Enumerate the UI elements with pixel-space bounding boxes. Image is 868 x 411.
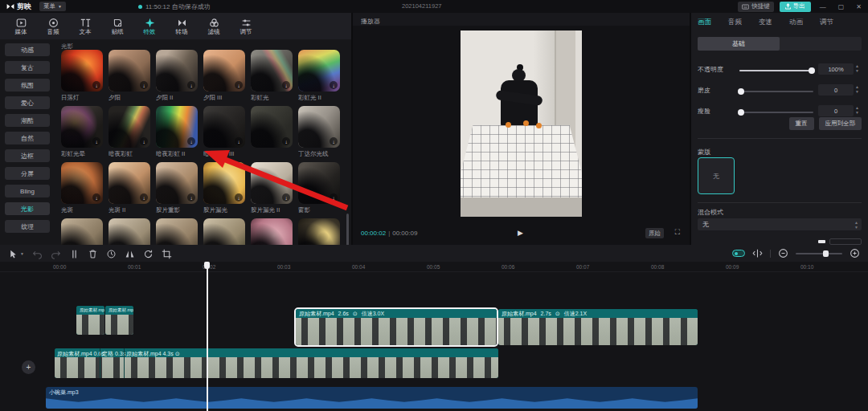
category-复古[interactable]: 复古 bbox=[5, 61, 50, 74]
snap-toggle[interactable] bbox=[732, 250, 745, 257]
effect-thumbnail[interactable]: ↓ bbox=[203, 106, 245, 148]
media-tab-媒体[interactable]: 媒体 bbox=[5, 17, 37, 36]
effect-item-彩虹光晕[interactable]: ↓彩虹光晕 bbox=[61, 106, 103, 158]
effect-thumbnail[interactable]: ↓ bbox=[61, 218, 103, 245]
category-潮酷[interactable]: 潮酷 bbox=[5, 114, 50, 127]
inspector-tab-调节[interactable]: 调节 bbox=[820, 18, 833, 27]
slim-face-value[interactable]: 0 bbox=[818, 105, 854, 116]
effect-thumbnail[interactable]: ↓ bbox=[203, 50, 245, 92]
maximize-button[interactable]: ▢ bbox=[835, 3, 848, 10]
effect-item-日落灯[interactable]: ↓日落灯 bbox=[61, 50, 103, 102]
split-icon[interactable] bbox=[69, 248, 80, 258]
effect-item-光斑 II[interactable]: ↓光斑 II bbox=[108, 162, 150, 214]
menu-dropdown[interactable]: 菜单 ▼ bbox=[39, 2, 66, 11]
apply-to-all-button[interactable]: 应用到全部 bbox=[819, 117, 862, 130]
smooth-skin-slider-knob[interactable] bbox=[738, 88, 744, 95]
effect-item-窗影[interactable]: ↓窗影 bbox=[298, 162, 340, 214]
effects-scrollbar[interactable] bbox=[346, 214, 349, 246]
slim-face-slider-knob[interactable] bbox=[738, 109, 744, 116]
smooth-skin-slider[interactable] bbox=[739, 91, 813, 92]
timeline-ruler[interactable]: 00:0000:0100:0200:0300:0400:0500:0600:07… bbox=[0, 262, 868, 272]
opacity-slider-knob[interactable] bbox=[809, 67, 815, 74]
chevron-down-icon[interactable]: ▼ bbox=[20, 251, 24, 256]
playhead[interactable] bbox=[207, 262, 208, 411]
link-tracks-icon[interactable] bbox=[752, 248, 763, 258]
blend-mode-dropdown[interactable]: 无 ▲▼ bbox=[698, 218, 862, 230]
effect-item-光斑[interactable]: ↓光斑 bbox=[61, 162, 103, 214]
export-button[interactable]: 导出 bbox=[780, 2, 811, 12]
effect-item-胶片重影[interactable]: ↓胶片重影 bbox=[156, 162, 198, 214]
inspector-tab-变速[interactable]: 变速 bbox=[759, 18, 772, 27]
category-光影[interactable]: 光影 bbox=[5, 202, 50, 215]
category-Bling[interactable]: Bling bbox=[5, 185, 50, 197]
add-media-button[interactable]: + bbox=[22, 360, 35, 374]
effect-item-彩虹光 II[interactable]: ↓彩虹光 II bbox=[298, 50, 340, 102]
effect-item[interactable]: ↓ bbox=[156, 218, 198, 245]
delete-icon[interactable] bbox=[88, 248, 98, 258]
mask-none-tile[interactable]: 无 bbox=[698, 157, 735, 194]
stepper-icon[interactable]: ▲▼ bbox=[855, 63, 859, 73]
slim-face-slider[interactable] bbox=[739, 112, 813, 113]
small-clip[interactable]: 原始素材.mp4 bbox=[105, 306, 133, 335]
video-preview[interactable] bbox=[461, 31, 582, 217]
category-动感[interactable]: 动感 bbox=[5, 43, 50, 56]
zoom-in-icon[interactable] bbox=[850, 248, 860, 258]
effect-thumbnail[interactable]: ↓ bbox=[298, 106, 340, 148]
opacity-value[interactable]: 100% bbox=[818, 63, 854, 75]
undo-icon[interactable] bbox=[32, 248, 43, 258]
effect-thumbnail[interactable]: ↓ bbox=[61, 50, 103, 92]
effect-item-夕阳 III[interactable]: ↓夕阳 III bbox=[203, 50, 245, 102]
original-quality-button[interactable]: 原始 bbox=[645, 228, 664, 238]
zoom-out-icon[interactable] bbox=[778, 248, 788, 258]
effect-thumbnail[interactable]: ↓ bbox=[156, 218, 198, 245]
effect-thumbnail[interactable]: ↓ bbox=[203, 218, 245, 245]
opacity-slider[interactable] bbox=[739, 70, 813, 71]
effect-item-夕阳[interactable]: ↓夕阳 bbox=[108, 50, 150, 102]
effect-thumbnail[interactable]: ↓ bbox=[108, 162, 150, 204]
effect-item-夕阳 II[interactable]: ↓夕阳 II bbox=[156, 50, 198, 102]
category-分屏[interactable]: 分屏 bbox=[5, 167, 50, 180]
effect-thumbnail[interactable]: ↓ bbox=[61, 106, 103, 148]
crop-icon[interactable] bbox=[162, 248, 172, 258]
category-爱心[interactable]: 爱心 bbox=[5, 96, 50, 109]
effect-item-暗夜彩虹 II[interactable]: ↓暗夜彩虹 II bbox=[156, 106, 198, 158]
effect-thumbnail[interactable]: ↓ bbox=[251, 162, 293, 204]
category-纹理[interactable]: 纹理 bbox=[5, 220, 50, 233]
media-tab-调节[interactable]: 调节 bbox=[230, 17, 262, 36]
effect-thumbnail[interactable]: ↓ bbox=[108, 218, 150, 245]
effect-thumbnail[interactable]: ↓ bbox=[156, 162, 198, 204]
effect-thumbnail[interactable]: ↓ bbox=[156, 106, 198, 148]
close-button[interactable]: ✕ bbox=[853, 3, 865, 10]
media-tab-滤镜[interactable]: 滤镜 bbox=[198, 17, 230, 36]
effect-item-暗夜彩虹[interactable]: ↓暗夜彩虹 bbox=[108, 106, 150, 158]
shortcuts-button[interactable]: 快捷键 bbox=[738, 2, 774, 12]
effect-thumbnail[interactable]: ↓ bbox=[108, 106, 150, 148]
overlay-clip-selected[interactable]: 原始素材.mp42.6s⊙倍速3.0X bbox=[296, 309, 497, 345]
effect-thumbnail[interactable]: ↓ bbox=[298, 162, 340, 204]
effect-thumbnail[interactable]: ↓ bbox=[203, 162, 245, 204]
inspector-tab-动画[interactable]: 动画 bbox=[789, 18, 803, 27]
category-氛围[interactable]: 氛围 bbox=[5, 79, 50, 92]
effect-thumbnail[interactable]: ↓ bbox=[298, 218, 340, 245]
stepper-icon[interactable]: ▲▼ bbox=[855, 84, 859, 94]
effect-thumbnail[interactable]: ↓ bbox=[156, 50, 198, 92]
effect-thumbnail[interactable]: ↓ bbox=[61, 162, 103, 204]
reset-button[interactable]: 重置 bbox=[789, 117, 814, 130]
effect-thumbnail[interactable]: ↓ bbox=[251, 218, 293, 245]
media-tab-文本[interactable]: 文本 bbox=[69, 17, 101, 36]
freeze-icon[interactable] bbox=[106, 248, 117, 258]
media-tab-转场[interactable]: 转场 bbox=[166, 17, 198, 36]
effect-item[interactable]: ↓ bbox=[251, 218, 293, 245]
effect-item[interactable]: ↓ bbox=[61, 218, 103, 245]
play-button[interactable]: ▶ bbox=[518, 229, 523, 237]
effect-item[interactable]: ↓ bbox=[251, 106, 293, 150]
inspector-tab-音频[interactable]: 音频 bbox=[728, 18, 742, 27]
effect-thumbnail[interactable]: ↓ bbox=[298, 50, 340, 92]
effect-thumbnail[interactable]: ↓ bbox=[251, 106, 293, 148]
cursor-icon[interactable] bbox=[8, 248, 18, 258]
overlay-clip[interactable]: 原始素材.mp42.7s⊙倍速2.1X bbox=[498, 309, 698, 345]
minimize-button[interactable]: — bbox=[817, 3, 829, 10]
effect-item[interactable]: ↓ bbox=[203, 218, 245, 245]
media-tab-特效[interactable]: 特效 bbox=[133, 17, 166, 36]
effect-thumbnail[interactable]: ↓ bbox=[108, 50, 150, 92]
